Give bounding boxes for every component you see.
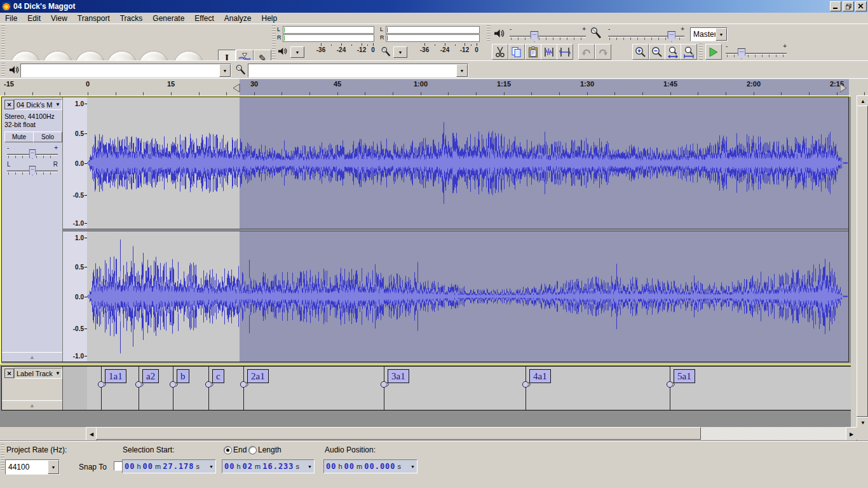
input-volume-slider[interactable]: - + bbox=[607, 27, 686, 42]
playback-meter[interactable]: LR▼-36-24-120 bbox=[276, 25, 376, 60]
mixer-toolbar-grip[interactable] bbox=[487, 25, 491, 42]
gain-slider[interactable]: - + bbox=[6, 146, 59, 161]
label-text[interactable]: 1a1 bbox=[105, 369, 126, 383]
scale-tick bbox=[477, 43, 477, 46]
label-track-title-dropdown[interactable]: Label Track ▼ bbox=[14, 368, 62, 379]
zoom-in-button[interactable] bbox=[632, 44, 649, 60]
selection-end-field[interactable]: 00 h 02 m 16.233 s ▼ bbox=[222, 459, 315, 473]
recording-meter[interactable]: LR▼-36-24-120 bbox=[379, 25, 482, 60]
waveform-channel-left[interactable] bbox=[87, 97, 848, 229]
chevron-down-icon[interactable]: ▼ bbox=[48, 460, 59, 474]
meter-dropdown-button[interactable]: ▼ bbox=[290, 46, 304, 58]
chevron-down-icon[interactable]: ▼ bbox=[308, 464, 312, 469]
end-radio-label[interactable]: End bbox=[233, 445, 247, 454]
menu-item-edit[interactable]: Edit bbox=[22, 13, 46, 24]
label-text[interactable]: b bbox=[177, 369, 189, 383]
selection-start-arrow-icon[interactable] bbox=[233, 83, 240, 95]
label-text[interactable]: 3a1 bbox=[388, 369, 409, 383]
label-text[interactable]: 2a1 bbox=[247, 369, 269, 383]
meter-dropdown-button[interactable]: ▼ bbox=[393, 46, 407, 58]
menu-item-transport[interactable]: Transport bbox=[72, 13, 115, 24]
timeline-ruler[interactable]: -1501530451:001:151:301:452:002:15 bbox=[0, 78, 868, 97]
scroll-right-button[interactable]: ▶ bbox=[846, 427, 857, 441]
minutes-value[interactable]: 02 bbox=[243, 462, 253, 471]
fit-project-button[interactable] bbox=[681, 44, 697, 60]
horizontal-scroll-trough[interactable] bbox=[701, 427, 846, 440]
minutes-value[interactable]: 00 bbox=[143, 462, 153, 471]
paste-button[interactable] bbox=[525, 44, 541, 60]
chevron-down-icon[interactable]: ▼ bbox=[410, 464, 415, 469]
track-format-line1: Stereo, 44100Hz bbox=[4, 112, 55, 120]
undo-button[interactable] bbox=[578, 44, 595, 60]
chevron-down-icon[interactable]: ▼ bbox=[219, 64, 231, 77]
input-device-combo[interactable]: ▼ bbox=[248, 64, 468, 78]
menu-item-tracks[interactable]: Tracks bbox=[115, 13, 148, 24]
output-device-combo[interactable]: ▼ bbox=[20, 64, 231, 78]
device-toolbar-grip[interactable] bbox=[1, 63, 5, 77]
length-radio-label[interactable]: Length bbox=[258, 445, 281, 454]
minutes-value[interactable]: 00 bbox=[344, 462, 355, 471]
trim-outside-button[interactable] bbox=[541, 44, 557, 60]
restore-button[interactable] bbox=[843, 1, 854, 11]
horizontal-scroll-thumb[interactable] bbox=[96, 427, 701, 440]
chevron-down-icon[interactable]: ▼ bbox=[715, 28, 727, 41]
audio-position-field[interactable]: 00 h 00 m 00.000 s ▼ bbox=[323, 459, 417, 473]
vertical-scrollbar[interactable]: ▲ ▼ bbox=[857, 95, 868, 427]
label-track-collapse-button[interactable]: ▲ bbox=[2, 400, 62, 410]
menu-item-analyze[interactable]: Analyze bbox=[219, 13, 257, 24]
hours-value[interactable]: 00 bbox=[326, 462, 336, 471]
chevron-down-icon[interactable]: ▼ bbox=[209, 464, 214, 469]
track-title-dropdown[interactable]: 04 Dick's M ▼ bbox=[14, 99, 62, 110]
seconds-value[interactable]: 27.178 bbox=[163, 462, 194, 471]
play-at-speed-grip[interactable] bbox=[699, 44, 703, 60]
fit-selection-button[interactable] bbox=[665, 44, 681, 60]
menu-item-view[interactable]: View bbox=[46, 13, 72, 24]
selection-end-arrow-icon[interactable] bbox=[840, 83, 847, 95]
output-volume-slider[interactable]: - + bbox=[508, 27, 587, 42]
output-volume-thumb[interactable] bbox=[530, 31, 538, 42]
menu-item-generate[interactable]: Generate bbox=[147, 13, 189, 24]
solo-button[interactable]: Solo bbox=[33, 132, 62, 142]
menu-item-effect[interactable]: Effect bbox=[189, 13, 219, 24]
hours-value[interactable]: 00 bbox=[224, 462, 234, 471]
zoom-out-button[interactable] bbox=[649, 44, 665, 60]
transport-toolbar-grip[interactable] bbox=[1, 25, 5, 60]
seconds-value[interactable]: 16.233 bbox=[262, 462, 294, 471]
menu-item-file[interactable]: File bbox=[0, 13, 22, 24]
track-close-button[interactable]: ✕ bbox=[4, 100, 14, 109]
label-text[interactable]: c bbox=[212, 369, 224, 383]
hours-value[interactable]: 00 bbox=[125, 462, 135, 471]
end-radio[interactable] bbox=[224, 446, 232, 454]
audio-position-label: Audio Position: bbox=[325, 445, 376, 454]
label-text[interactable]: 4a1 bbox=[529, 369, 551, 383]
menu-item-help[interactable]: Help bbox=[257, 13, 283, 24]
label-track-close-button[interactable]: ✕ bbox=[4, 369, 14, 378]
speed-thumb[interactable] bbox=[738, 48, 746, 59]
copy-button[interactable] bbox=[508, 44, 525, 60]
pan-slider[interactable]: L R bbox=[6, 162, 59, 177]
chevron-down-icon[interactable]: ▼ bbox=[456, 64, 468, 77]
cut-button[interactable] bbox=[492, 44, 508, 60]
track-collapse-button[interactable]: ▲ bbox=[2, 352, 62, 362]
mute-button[interactable]: Mute bbox=[4, 132, 34, 142]
minimize-button[interactable] bbox=[830, 1, 841, 11]
label-text[interactable]: a2 bbox=[142, 369, 159, 383]
horizontal-scrollbar[interactable]: ◀ ▶ bbox=[0, 427, 857, 440]
redo-button[interactable] bbox=[595, 44, 611, 60]
waveform-channel-right[interactable] bbox=[87, 231, 848, 362]
vertical-scroll-thumb[interactable] bbox=[857, 105, 868, 417]
close-button[interactable] bbox=[855, 1, 867, 11]
selection-start-field[interactable]: 00 h 00 m 27.178 s ▼ bbox=[122, 459, 216, 473]
selection-toolbar-grip[interactable] bbox=[1, 444, 4, 472]
project-rate-select[interactable]: 44100 ▼ bbox=[5, 459, 60, 475]
playback-speed-slider[interactable]: - + bbox=[724, 44, 788, 59]
play-at-speed-button[interactable] bbox=[705, 44, 722, 60]
track-title: 04 Dick's M bbox=[15, 101, 55, 109]
input-volume-thumb[interactable] bbox=[667, 31, 675, 42]
input-device-select[interactable]: Master ▼ bbox=[690, 27, 728, 41]
label-text[interactable]: 5a1 bbox=[674, 369, 695, 383]
seconds-value[interactable]: 00.000 bbox=[364, 462, 395, 471]
length-radio[interactable] bbox=[248, 446, 257, 454]
label-area[interactable]: 1a1a2bc2a13a14a15a1 bbox=[87, 367, 853, 410]
silence-button[interactable] bbox=[557, 44, 573, 60]
